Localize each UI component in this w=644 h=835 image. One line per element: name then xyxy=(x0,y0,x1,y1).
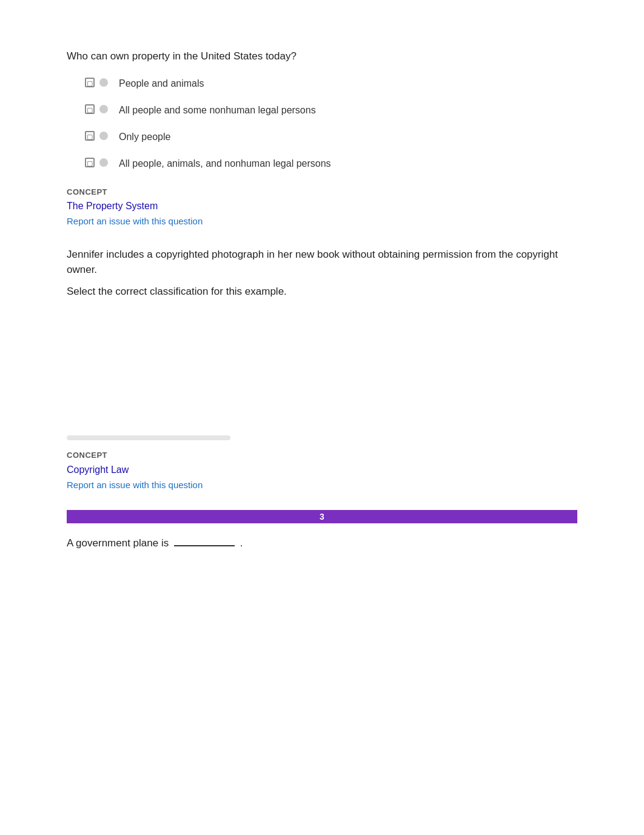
q2-blurred-bar-area xyxy=(67,435,577,440)
question-2: Jennifer includes a copyrighted photogra… xyxy=(67,247,577,492)
q1-concept-label: CONCEPT xyxy=(67,186,577,198)
q2-text2: Select the correct classification for th… xyxy=(67,284,577,300)
q1-radio-c[interactable]: ▢ xyxy=(85,131,108,141)
radio-indicator-a xyxy=(99,78,108,87)
q2-concept-link[interactable]: Copyright Law xyxy=(67,463,577,477)
progress-number: 3 xyxy=(320,511,324,523)
checkbox-d[interactable]: ▢ xyxy=(85,158,95,167)
radio-indicator-c xyxy=(99,132,108,140)
q1-radio-a[interactable]: ▢ xyxy=(85,78,108,87)
question-1: Who can own property in the United State… xyxy=(67,49,577,229)
q3-blank xyxy=(174,545,235,546)
q1-option-d-label: All people, animals, and nonhuman legal … xyxy=(119,156,331,171)
q1-text: Who can own property in the United State… xyxy=(67,49,577,64)
progress-bar: 3 xyxy=(67,510,577,523)
q3-text-suffix: . xyxy=(240,537,243,549)
q1-options-list: ▢ People and animals ▢ All people and so… xyxy=(85,76,577,171)
blurred-bar xyxy=(67,435,230,440)
q3-text-prefix: A government plane is xyxy=(67,537,169,549)
q1-radio-b[interactable]: ▢ xyxy=(85,104,108,114)
q2-report-link[interactable]: Report an issue with this question xyxy=(67,478,577,492)
radio-indicator-d xyxy=(99,158,108,167)
q1-option-c[interactable]: ▢ Only people xyxy=(85,130,577,144)
q1-option-d[interactable]: ▢ All people, animals, and nonhuman lega… xyxy=(85,156,577,171)
q1-concept-section: CONCEPT The Property System Report an is… xyxy=(67,186,577,229)
q2-concept-section: CONCEPT Copyright Law Report an issue wi… xyxy=(67,449,577,492)
radio-indicator-b xyxy=(99,105,108,113)
q1-option-a-label: People and animals xyxy=(119,76,204,91)
checkbox-a[interactable]: ▢ xyxy=(85,78,95,87)
q2-text1: Jennifer includes a copyrighted photogra… xyxy=(67,247,577,278)
checkbox-c[interactable]: ▢ xyxy=(85,131,95,141)
question-3: A government plane is . xyxy=(67,535,577,551)
q2-concept-label: CONCEPT xyxy=(67,449,577,461)
checkbox-b[interactable]: ▢ xyxy=(85,104,95,114)
q1-option-b[interactable]: ▢ All people and some nonhuman legal per… xyxy=(85,103,577,118)
q1-report-link[interactable]: Report an issue with this question xyxy=(67,215,577,229)
q2-answer-area xyxy=(67,311,577,420)
q1-option-a[interactable]: ▢ People and animals xyxy=(85,76,577,91)
q1-concept-link[interactable]: The Property System xyxy=(67,199,577,213)
q1-radio-d[interactable]: ▢ xyxy=(85,158,108,167)
q1-option-b-label: All people and some nonhuman legal perso… xyxy=(119,103,316,118)
q3-text: A government plane is . xyxy=(67,535,577,551)
q1-option-c-label: Only people xyxy=(119,130,170,144)
